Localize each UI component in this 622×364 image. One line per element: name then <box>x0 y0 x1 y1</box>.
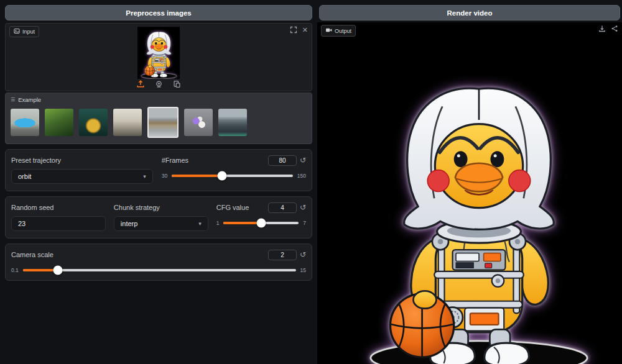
cfg-number-input[interactable] <box>268 202 297 213</box>
output-video-panel: Output <box>317 22 622 364</box>
render-column: Render video Output <box>317 0 622 364</box>
input-image-panel: Input ✕ <box>5 23 312 91</box>
example-thumb-living-room[interactable] <box>113 109 142 136</box>
camera-scale-label: Camera scale <box>11 251 53 258</box>
example-thumb-flowers[interactable] <box>184 109 213 136</box>
example-label: Example <box>18 96 41 103</box>
share-icon[interactable] <box>611 25 618 32</box>
example-thumbnails <box>11 107 307 138</box>
camera-scale-number-input[interactable] <box>268 250 297 260</box>
output-label: Output <box>335 28 351 34</box>
download-icon[interactable] <box>598 25 606 32</box>
example-thumb-golden-dragon[interactable] <box>79 109 108 136</box>
chunk-strategy-control: Chunk strategy interp ▾ <box>114 202 208 231</box>
chunk-strategy-label: Chunk strategy <box>114 204 160 211</box>
example-thumb-blue-car[interactable] <box>11 109 39 136</box>
frames-reset-icon[interactable]: ↺ <box>300 157 306 164</box>
cfg-value-control: CFG value ↺ 1 7 <box>216 202 306 231</box>
camera-scale-min-label: 0.1 <box>11 267 19 273</box>
camera-scale-slider[interactable] <box>23 269 296 271</box>
video-icon <box>325 27 332 35</box>
list-icon: ☰ <box>11 97 15 102</box>
random-seed-control: Random seed <box>11 202 106 231</box>
render-video-button[interactable]: Render video <box>319 5 620 20</box>
preprocess-column: Preprocess images Input ✕ <box>0 0 317 364</box>
app-root: Preprocess images Input ✕ <box>0 0 622 364</box>
preset-trajectory-dropdown[interactable]: orbit ▾ <box>11 169 153 184</box>
input-label-badge: Input <box>9 26 39 37</box>
preset-trajectory-label: Preset trajectory <box>11 157 61 164</box>
fullscreen-icon[interactable] <box>290 26 297 34</box>
image-icon <box>14 28 20 35</box>
example-thumb-river-landscape-selected[interactable] <box>147 107 179 138</box>
preset-trajectory-control: Preset trajectory orbit ▾ <box>11 155 153 184</box>
frames-number-input[interactable] <box>268 155 297 166</box>
input-label: Input <box>22 29 35 35</box>
cfg-reset-icon[interactable]: ↺ <box>300 204 306 211</box>
frames-max-label: 150 <box>297 173 306 179</box>
frames-min-label: 30 <box>162 173 167 179</box>
camera-scale-reset-icon[interactable]: ↺ <box>300 251 306 258</box>
controls-row-1: Preset trajectory orbit ▾ #Frames ↺ 30 <box>5 149 312 191</box>
camera-scale-max-label: 15 <box>300 267 306 273</box>
camera-scale-slider-handle[interactable] <box>53 266 62 275</box>
image-source-row <box>6 79 312 91</box>
upload-icon[interactable] <box>136 80 145 88</box>
chunk-strategy-dropdown[interactable]: interp ▾ <box>114 216 208 231</box>
chevron-down-icon: ▾ <box>143 173 146 180</box>
chevron-down-icon: ▾ <box>198 221 202 227</box>
frames-label: #Frames <box>162 157 188 164</box>
close-icon[interactable]: ✕ <box>302 27 308 34</box>
example-gallery-panel: ☰ Example <box>5 93 312 144</box>
input-image-stage <box>6 24 312 79</box>
cfg-slider-handle[interactable] <box>256 219 266 228</box>
example-thumb-forest-scene[interactable] <box>45 109 73 136</box>
paste-clipboard-icon[interactable] <box>173 80 181 88</box>
cfg-slider[interactable] <box>223 222 299 224</box>
output-label-badge: Output <box>321 25 356 37</box>
controls-row-3: Camera scale ↺ 0.1 15 <box>5 243 312 281</box>
frames-slider-handle[interactable] <box>218 171 227 181</box>
chunk-strategy-value: interp <box>121 220 138 227</box>
cfg-min-label: 1 <box>216 220 220 226</box>
frames-control: #Frames ↺ 30 150 <box>162 155 306 184</box>
example-thumb-office-room[interactable] <box>218 109 247 136</box>
preprocess-images-button[interactable]: Preprocess images <box>5 5 312 20</box>
random-seed-input[interactable] <box>11 216 106 231</box>
input-image-preview[interactable] <box>137 27 180 79</box>
cfg-value-label: CFG value <box>216 204 249 211</box>
preset-trajectory-value: orbit <box>18 173 31 180</box>
random-seed-label: Random seed <box>11 204 54 211</box>
frames-slider[interactable] <box>172 175 293 177</box>
controls-row-2: Random seed Chunk strategy interp ▾ CFG … <box>5 196 312 239</box>
rendered-character-duck-astronaut <box>364 58 594 364</box>
webcam-icon[interactable] <box>155 80 163 88</box>
cfg-max-label: 7 <box>303 220 306 226</box>
